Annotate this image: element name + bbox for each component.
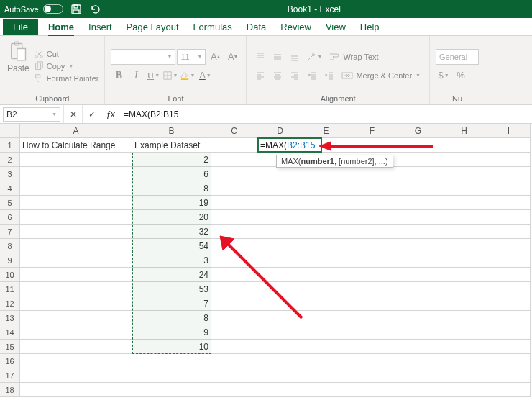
cell[interactable] — [487, 368, 531, 383]
cell[interactable] — [257, 167, 303, 181]
font-name-select[interactable]: ▼ — [111, 49, 175, 65]
cell[interactable] — [211, 253, 257, 268]
cell[interactable]: 2 — [132, 153, 211, 167]
percent-icon[interactable]: % — [453, 68, 469, 83]
fill-color-button[interactable]: ▼ — [180, 68, 196, 83]
increase-font-icon[interactable]: A▴ — [207, 49, 223, 65]
cell[interactable]: 24 — [132, 268, 211, 282]
cell[interactable] — [441, 383, 487, 397]
cell[interactable] — [257, 325, 303, 340]
undo-icon[interactable] — [89, 4, 101, 15]
tab-review[interactable]: Review — [273, 19, 318, 35]
cell[interactable] — [257, 311, 303, 325]
column-header[interactable]: G — [395, 124, 441, 138]
cell[interactable] — [349, 138, 395, 153]
cell[interactable] — [211, 340, 257, 354]
cell[interactable] — [257, 196, 303, 210]
cell[interactable] — [441, 138, 487, 153]
cell[interactable] — [211, 181, 257, 196]
cell[interactable] — [257, 383, 303, 397]
cell[interactable] — [211, 368, 257, 383]
cell[interactable]: 7 — [132, 296, 211, 311]
row-header[interactable]: 15 — [0, 340, 20, 354]
cell[interactable] — [303, 196, 349, 210]
cell[interactable] — [441, 210, 487, 225]
cell[interactable] — [395, 253, 441, 268]
cell[interactable] — [211, 296, 257, 311]
number-format-select[interactable]: General — [436, 49, 479, 65]
row-header[interactable]: 6 — [0, 210, 20, 225]
decrease-font-icon[interactable]: A▾ — [224, 49, 240, 65]
cell[interactable] — [20, 368, 132, 383]
cell[interactable] — [487, 253, 531, 268]
row-header[interactable]: 16 — [0, 354, 20, 368]
cell[interactable] — [441, 225, 487, 239]
font-size-select[interactable]: 11▼ — [177, 49, 206, 65]
tab-data[interactable]: Data — [239, 19, 273, 35]
cell[interactable] — [487, 210, 531, 225]
font-color-button[interactable]: A▼ — [197, 68, 213, 83]
cell[interactable] — [20, 354, 132, 368]
select-all-corner[interactable] — [0, 124, 20, 138]
cell[interactable] — [441, 181, 487, 196]
cell[interactable] — [20, 153, 132, 167]
tab-home[interactable]: Home — [41, 19, 81, 35]
cell[interactable] — [487, 196, 531, 210]
cell[interactable] — [487, 181, 531, 196]
cell[interactable] — [441, 368, 487, 383]
row-header[interactable]: 3 — [0, 167, 20, 181]
align-bottom-icon[interactable] — [287, 49, 303, 65]
column-header[interactable]: E — [303, 124, 349, 138]
cell[interactable] — [303, 239, 349, 253]
cell[interactable] — [441, 282, 487, 296]
cell[interactable] — [20, 181, 132, 196]
cell[interactable] — [395, 311, 441, 325]
cell[interactable] — [211, 210, 257, 225]
cell[interactable] — [257, 268, 303, 282]
cell[interactable] — [20, 239, 132, 253]
cell[interactable] — [441, 153, 487, 167]
cell[interactable] — [395, 167, 441, 181]
cell[interactable] — [395, 153, 441, 167]
tab-file[interactable]: File — [3, 19, 38, 35]
wrap-text-button[interactable]: Wrap Text — [326, 50, 381, 64]
cell[interactable] — [257, 239, 303, 253]
cell[interactable] — [211, 354, 257, 368]
row-header[interactable]: 4 — [0, 181, 20, 196]
cell[interactable]: 8 — [132, 181, 211, 196]
cell[interactable] — [257, 296, 303, 311]
cell[interactable] — [441, 268, 487, 282]
cell[interactable] — [395, 296, 441, 311]
copy-button[interactable]: Copy▼ — [34, 61, 99, 71]
cell[interactable] — [487, 325, 531, 340]
cell[interactable] — [257, 354, 303, 368]
tab-help[interactable]: Help — [353, 19, 387, 35]
cell[interactable] — [349, 340, 395, 354]
cell[interactable] — [257, 225, 303, 239]
cell[interactable] — [20, 253, 132, 268]
cell[interactable] — [303, 210, 349, 225]
cell[interactable] — [20, 383, 132, 397]
cell[interactable] — [257, 368, 303, 383]
align-right-icon[interactable] — [287, 68, 303, 83]
cell[interactable] — [303, 296, 349, 311]
cell[interactable] — [441, 325, 487, 340]
cell[interactable] — [487, 138, 531, 153]
cell[interactable]: 54 — [132, 239, 211, 253]
cell[interactable] — [349, 311, 395, 325]
row-header[interactable]: 8 — [0, 239, 20, 253]
cell[interactable] — [303, 282, 349, 296]
cell[interactable] — [132, 368, 211, 383]
cell[interactable] — [349, 239, 395, 253]
cell[interactable] — [211, 138, 257, 153]
cell[interactable] — [395, 225, 441, 239]
cell[interactable] — [257, 340, 303, 354]
formula-input[interactable]: =MAX(B2:B15 — [119, 105, 532, 123]
cell[interactable] — [487, 239, 531, 253]
column-header[interactable]: C — [211, 124, 257, 138]
cell[interactable]: 19 — [132, 196, 211, 210]
cell[interactable] — [303, 253, 349, 268]
row-header[interactable]: 11 — [0, 282, 20, 296]
cell[interactable] — [20, 296, 132, 311]
cell[interactable] — [20, 196, 132, 210]
